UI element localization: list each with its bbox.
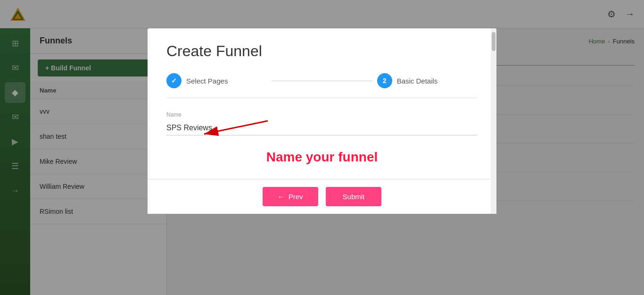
step-divider (272, 81, 372, 81)
annotation-wrapper: Name your funnel (166, 150, 478, 165)
modal-content: Create Funnel ✓ Select Pages 2 Basic Det… (148, 28, 496, 179)
form-group-name: Name (166, 111, 478, 135)
modal-overlay: Create Funnel ✓ Select Pages 2 Basic Det… (0, 0, 644, 295)
modal-scrollbar[interactable] (491, 28, 496, 214)
modal-title: Create Funnel (166, 42, 478, 60)
step2-label: Basic Details (397, 77, 438, 85)
modal-scrollbar-thumb (492, 32, 495, 51)
annotation-text: Name your funnel (266, 150, 378, 165)
stepper: ✓ Select Pages 2 Basic Details (166, 73, 478, 98)
prev-arrow-icon: ← (278, 193, 285, 201)
step1-circle: ✓ (166, 73, 182, 88)
step-2: 2 Basic Details (377, 73, 478, 88)
modal-footer: ← Prev Submit (148, 179, 496, 214)
submit-button[interactable]: Submit (326, 187, 382, 206)
prev-label: Prev (289, 193, 303, 201)
step2-circle: 2 (377, 73, 392, 88)
step-1: ✓ Select Pages (166, 73, 267, 88)
arrow-annotation-svg (195, 116, 270, 144)
svg-line-4 (204, 121, 268, 134)
prev-button[interactable]: ← Prev (263, 187, 318, 206)
create-funnel-modal: Create Funnel ✓ Select Pages 2 Basic Det… (148, 28, 496, 214)
step1-label: Select Pages (186, 77, 228, 85)
